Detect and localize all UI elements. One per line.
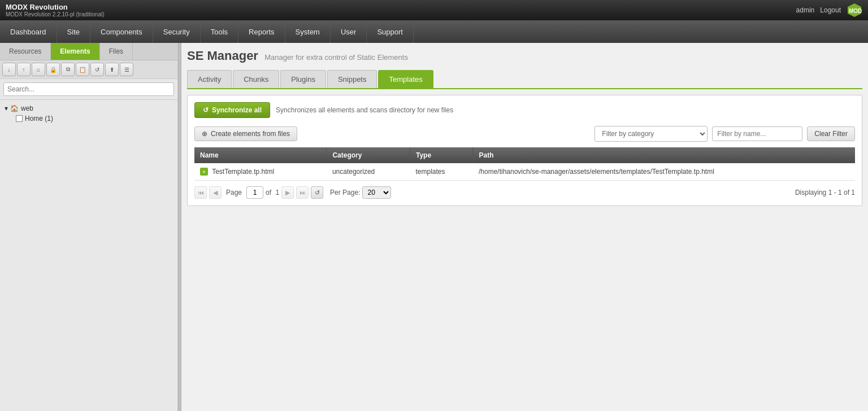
toolbar-down-btn[interactable]: ↓ — [2, 63, 16, 76]
nav-components[interactable]: Components — [90, 20, 153, 43]
page-of-label: of 1 — [266, 189, 279, 196]
sidebar: Resources Elements Files ↓ ↑ ⌂ 🔒 ⧉ 📋 ↺ ⬆… — [0, 43, 178, 411]
col-category: Category — [327, 147, 410, 163]
clear-filter-button[interactable]: Clear Filter — [807, 126, 855, 141]
tab-snippets[interactable]: Snippets — [327, 70, 377, 88]
username-label: admin — [796, 6, 815, 14]
create-label: Create elements from files — [211, 130, 290, 138]
page-first-btn[interactable]: ⏮ — [194, 186, 207, 199]
col-type: Type — [410, 147, 473, 163]
content: SE Manager Manager for extra control of … — [181, 43, 868, 411]
toolbar-home-btn[interactable]: ⌂ — [32, 63, 45, 76]
create-icon: ⊕ — [202, 130, 207, 138]
row-add-icon[interactable]: + — [200, 168, 208, 176]
topbar-left: MODX Revolution MODX Revolution 2.2.10-p… — [6, 3, 105, 18]
page-input[interactable] — [246, 186, 263, 199]
toolbar-up-btn[interactable]: ↑ — [17, 63, 31, 76]
main-layout: Resources Elements Files ↓ ↑ ⌂ 🔒 ⧉ 📋 ↺ ⬆… — [0, 43, 868, 411]
tree-child-home[interactable]: Home (1) — [16, 115, 173, 123]
svg-text:MODX: MODX — [849, 8, 862, 14]
page-next-btn[interactable]: ▶ — [281, 186, 294, 199]
page-last-btn[interactable]: ⏭ — [296, 186, 309, 199]
app-subtitle: MODX Revolution 2.2.10-pl (traditional) — [6, 11, 105, 18]
page-refresh-btn[interactable]: ↺ — [311, 186, 323, 199]
sidebar-tab-resources[interactable]: Resources — [0, 43, 51, 60]
sync-button[interactable]: ↺ Synchronize all — [194, 102, 270, 118]
sidebar-tab-elements[interactable]: Elements — [51, 43, 99, 60]
row-name-value: TestTemplate.tp.html — [212, 168, 274, 176]
sync-description: Synchronizes all elements and scans dire… — [276, 106, 453, 114]
tree-root-icon: 🏠 — [10, 104, 19, 112]
sync-icon: ↺ — [203, 106, 209, 114]
nav-reports[interactable]: Reports — [238, 20, 285, 43]
create-elements-button[interactable]: ⊕ Create elements from files — [194, 126, 297, 141]
content-tabs: Activity Chunks Plugins Snippets Templat… — [187, 70, 862, 89]
toolbar-list-btn[interactable]: ☰ — [120, 63, 133, 76]
sidebar-tree: ▾ 🏠 web Home (1) — [0, 100, 177, 411]
name-filter-input[interactable] — [712, 126, 802, 141]
sidebar-toolbar: ↓ ↑ ⌂ 🔒 ⧉ 📋 ↺ ⬆ ☰ — [0, 60, 177, 79]
pagination: ⏮ ◀ Page of 1 ▶ ⏭ ↺ Per Page: 20 50 100 … — [194, 186, 855, 199]
toolbar-upload-btn[interactable]: ⬆ — [105, 63, 119, 76]
toolbar-copy-btn[interactable]: ⧉ — [61, 63, 75, 76]
col-path: Path — [473, 147, 855, 163]
nav-user[interactable]: User — [331, 20, 367, 43]
toolbar-refresh-btn[interactable]: ↺ — [90, 63, 104, 76]
nav-system[interactable]: System — [285, 20, 331, 43]
modx-logo: MODX — [847, 2, 862, 18]
tree-root-arrow: ▾ — [5, 104, 8, 112]
tab-plugins[interactable]: Plugins — [280, 70, 326, 88]
tab-templates[interactable]: Templates — [378, 70, 433, 88]
nav-support[interactable]: Support — [367, 20, 414, 43]
toolbar-lock-btn[interactable]: 🔒 — [46, 63, 60, 76]
data-table: Name Category Type Path — [194, 147, 855, 181]
modx-logo-icon: MODX — [847, 2, 862, 18]
nav-tools[interactable]: Tools — [201, 20, 238, 43]
sidebar-tabs: Resources Elements Files — [0, 43, 177, 60]
tree-child-label: Home (1) — [25, 115, 53, 123]
topbar-right: admin Logout MODX — [796, 2, 862, 18]
category-filter-select[interactable]: Filter by category — [594, 126, 708, 142]
per-page-select[interactable]: 20 50 100 — [362, 186, 391, 199]
navbar: Dashboard Site Components Security Tools… — [0, 20, 868, 43]
displaying-info: Displaying 1 - 1 of 1 — [795, 189, 855, 196]
table-header: Name Category Type Path — [194, 147, 855, 163]
nav-security[interactable]: Security — [153, 20, 201, 43]
cell-type: templates — [410, 163, 473, 181]
sync-label: Synchronize all — [212, 106, 262, 114]
table-body: + TestTemplate.tp.html uncategorized tem… — [194, 163, 855, 181]
tab-chunks[interactable]: Chunks — [233, 70, 279, 88]
logout-link[interactable]: Logout — [820, 6, 841, 14]
sidebar-search — [0, 79, 177, 100]
page-label: Page — [226, 189, 242, 196]
sync-bar: ↺ Synchronize all Synchronizes all eleme… — [194, 102, 855, 118]
search-input[interactable] — [3, 82, 174, 96]
page-prev-btn[interactable]: ◀ — [209, 186, 222, 199]
content-header: SE Manager Manager for extra control of … — [187, 49, 862, 63]
page-subtitle: Manager for extra control of Static Elem… — [264, 53, 408, 62]
app-title: MODX Revolution — [6, 3, 105, 11]
panel: ↺ Synchronize all Synchronizes all eleme… — [187, 95, 862, 206]
page-title: SE Manager — [187, 49, 258, 63]
cell-path: /home/tihanovich/se-manager/assets/eleme… — [473, 163, 855, 181]
topbar: MODX Revolution MODX Revolution 2.2.10-p… — [0, 0, 868, 20]
tree-child-checkbox[interactable] — [16, 115, 23, 122]
tab-activity[interactable]: Activity — [187, 70, 232, 88]
toolbar-paste-btn[interactable]: 📋 — [76, 63, 89, 76]
cell-name: + TestTemplate.tp.html — [194, 163, 327, 181]
col-name: Name — [194, 147, 327, 163]
tree-root-web[interactable]: ▾ 🏠 web — [5, 104, 173, 112]
cell-category: uncategorized — [327, 163, 410, 181]
nav-site[interactable]: Site — [57, 20, 90, 43]
nav-dashboard[interactable]: Dashboard — [0, 20, 57, 43]
per-page-label: Per Page: — [330, 189, 360, 196]
sidebar-tab-files[interactable]: Files — [100, 43, 133, 60]
table-row: + TestTemplate.tp.html uncategorized tem… — [194, 163, 855, 181]
tree-root-label: web — [21, 104, 33, 112]
filter-bar: ⊕ Create elements from files Filter by c… — [194, 126, 855, 142]
